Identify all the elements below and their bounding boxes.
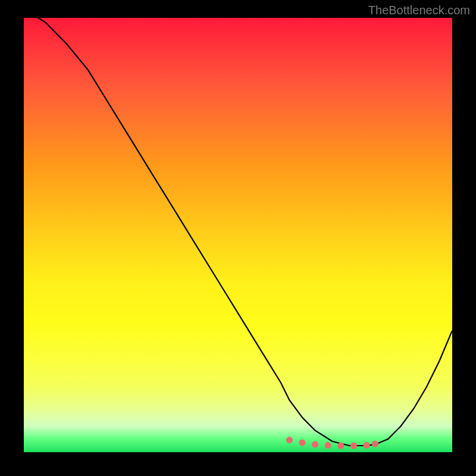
marker-dot [325,442,331,449]
chart-svg [24,18,452,452]
marker-dot [337,443,344,449]
marker-dot [299,439,306,446]
marker-dot [372,441,378,447]
chart-plot-area [24,18,452,452]
attribution-text: TheBottleneck.com [368,4,470,17]
marker-dot [286,437,293,443]
marker-dot [364,442,370,449]
optimal-range-markers [286,437,378,449]
marker-dot [350,443,357,449]
marker-dot [312,441,318,447]
bottleneck-curve-line [24,18,452,446]
